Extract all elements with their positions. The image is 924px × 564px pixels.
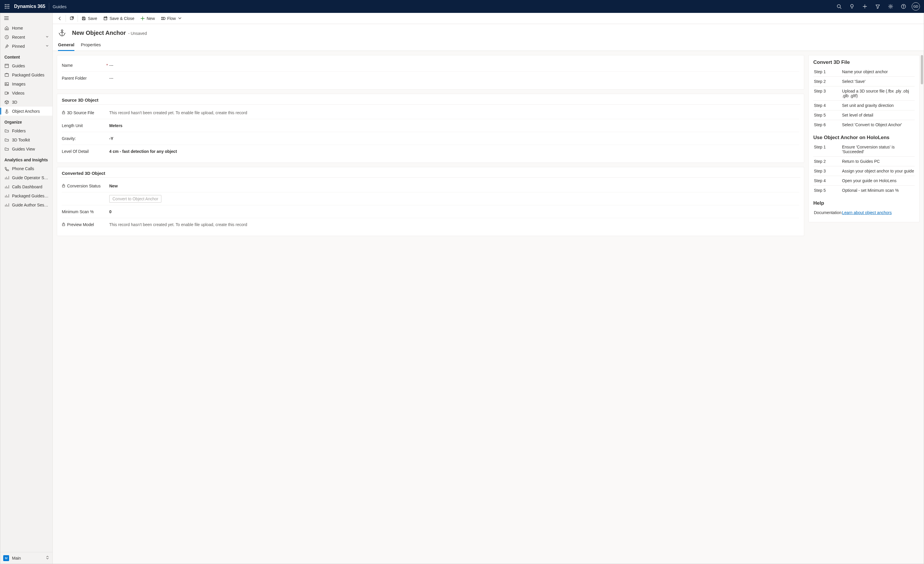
nav-pinned[interactable]: Pinned bbox=[0, 42, 52, 51]
step-row: Step 2Select 'Save' bbox=[813, 77, 915, 86]
nav-3d-toolkit[interactable]: 3D Toolkit bbox=[0, 135, 52, 144]
field-label: Length Unit bbox=[62, 123, 83, 128]
area-name: Main bbox=[12, 556, 45, 561]
nav-label: Guide Operator Sessi... bbox=[12, 176, 49, 180]
svg-rect-48 bbox=[83, 19, 85, 20]
scrollbar[interactable] bbox=[921, 55, 923, 560]
nav-guides[interactable]: Guides bbox=[0, 61, 52, 70]
app-name-label[interactable]: Guides bbox=[53, 4, 67, 9]
nav-images[interactable]: Images bbox=[0, 80, 52, 88]
nav-phone-calls[interactable]: Phone Calls bbox=[0, 164, 52, 173]
app-launcher-icon[interactable] bbox=[2, 2, 12, 11]
nav-collapse-icon[interactable] bbox=[0, 13, 52, 23]
required-indicator: * bbox=[106, 63, 109, 68]
field-value: New bbox=[109, 184, 799, 188]
step-value: Upload a 3D source file (.fbx .ply .obj … bbox=[842, 89, 914, 98]
field-label: Minimum Scan % bbox=[62, 209, 94, 214]
field-convert-action: Convert to Object Anchor bbox=[62, 192, 799, 205]
field-lod[interactable]: Level Of Detail 4 cm - fast detection fo… bbox=[62, 145, 799, 158]
nav-label: Guides View bbox=[12, 147, 49, 152]
nav-videos[interactable]: Videos bbox=[0, 88, 52, 98]
field-label: Preview Model bbox=[67, 222, 94, 227]
help-icon[interactable] bbox=[898, 1, 909, 12]
step-row: Step 4Open your guide on HoloLens bbox=[813, 176, 915, 186]
step-row: Step 1Name your object anchor bbox=[813, 67, 915, 77]
field-parent-folder[interactable]: Parent Folder --- bbox=[62, 72, 799, 85]
svg-point-52 bbox=[61, 30, 63, 32]
nav-calls-dashboard[interactable]: Calls Dashboard bbox=[0, 182, 52, 191]
tab-properties[interactable]: Properties bbox=[81, 40, 101, 51]
step-row: Step 6Select 'Convert to Object Anchor' bbox=[813, 120, 915, 129]
nav-packaged-operator[interactable]: Packaged Guides Op... bbox=[0, 191, 52, 200]
nav-packaged-guides[interactable]: Packaged Guides bbox=[0, 70, 52, 80]
nav-object-anchors[interactable]: Object Anchors bbox=[0, 106, 52, 116]
field-source-file[interactable]: 3D Source File This record hasn't been c… bbox=[62, 106, 799, 119]
video-icon bbox=[4, 91, 9, 96]
new-button[interactable]: New bbox=[137, 13, 158, 24]
anchor-icon bbox=[4, 109, 9, 114]
step-key: Step 2 bbox=[814, 79, 839, 84]
lightbulb-icon[interactable] bbox=[846, 1, 858, 12]
image-icon bbox=[4, 82, 9, 86]
nav-home[interactable]: Home bbox=[0, 23, 52, 33]
field-gravity[interactable]: Gravity: -Y bbox=[62, 132, 799, 145]
nav-operator-sessions[interactable]: Guide Operator Sessi... bbox=[0, 173, 52, 182]
step-row: Step 1Ensure 'Conversion status' is 'Suc… bbox=[813, 142, 915, 157]
doc-link[interactable]: Learn about object anchors bbox=[842, 210, 892, 215]
page-title: New Object Anchor bbox=[72, 30, 126, 36]
search-icon[interactable] bbox=[833, 1, 845, 12]
nav-label: Packaged Guides Op... bbox=[12, 194, 49, 198]
brand-label[interactable]: Dynamics 365 bbox=[14, 4, 45, 9]
flow-button[interactable]: Flow bbox=[158, 13, 185, 24]
field-value: 0 bbox=[109, 209, 799, 214]
save-close-button[interactable]: Save & Close bbox=[100, 13, 137, 24]
field-value: -Y bbox=[109, 136, 799, 141]
field-preview-model[interactable]: Preview Model This record hasn't been cr… bbox=[62, 218, 799, 231]
nav-guides-view[interactable]: Guides View bbox=[0, 144, 52, 153]
svg-line-10 bbox=[840, 8, 842, 9]
svg-rect-21 bbox=[5, 64, 9, 68]
cube-icon bbox=[4, 100, 9, 105]
step-value: Set level of detail bbox=[842, 113, 914, 117]
site-map: Home Recent Pinned Content Guides Packag… bbox=[0, 13, 53, 564]
add-icon[interactable] bbox=[859, 1, 871, 12]
nav-folders[interactable]: Folders bbox=[0, 126, 52, 135]
field-conversion-status[interactable]: Conversion Status New bbox=[62, 180, 799, 192]
gear-icon[interactable] bbox=[885, 1, 897, 12]
step-row: Step 5Optional - set Minimum scan % bbox=[813, 186, 915, 195]
svg-point-1 bbox=[7, 4, 8, 5]
cmd-separator bbox=[66, 15, 66, 22]
nav-label: Recent bbox=[12, 35, 45, 39]
tab-general[interactable]: General bbox=[58, 40, 74, 51]
field-value: --- bbox=[109, 76, 799, 81]
user-avatar[interactable]: GD bbox=[912, 2, 920, 10]
book-icon bbox=[4, 63, 9, 68]
nav-label: Calls Dashboard bbox=[12, 184, 49, 189]
svg-rect-55 bbox=[62, 112, 65, 114]
nav-recent[interactable]: Recent bbox=[0, 33, 52, 42]
phone-icon bbox=[4, 166, 9, 171]
area-switcher[interactable]: M Main bbox=[0, 552, 52, 564]
svg-rect-49 bbox=[105, 17, 106, 18]
svg-rect-57 bbox=[62, 224, 65, 226]
step-value: Name your object anchor bbox=[842, 69, 914, 74]
back-button[interactable] bbox=[54, 13, 65, 24]
field-length-unit[interactable]: Length Unit Meters bbox=[62, 119, 799, 132]
step-value: Return to Guides PC bbox=[842, 159, 914, 164]
filter-icon[interactable] bbox=[872, 1, 884, 12]
step-value: Set unit and gravity direction bbox=[842, 103, 914, 108]
package-icon bbox=[4, 73, 9, 77]
nav-label: Videos bbox=[12, 91, 49, 96]
step-row: Step 4Set unit and gravity direction bbox=[813, 101, 915, 110]
nav-author-sessions[interactable]: Guide Author Sessions bbox=[0, 200, 52, 209]
step-key: Step 3 bbox=[814, 169, 839, 173]
field-name[interactable]: Name * --- bbox=[62, 59, 799, 72]
field-value: Meters bbox=[109, 123, 799, 128]
open-new-window-button[interactable] bbox=[66, 13, 77, 24]
save-button[interactable]: Save bbox=[78, 13, 100, 24]
chevron-down-icon bbox=[45, 44, 49, 49]
svg-point-16 bbox=[903, 8, 904, 8]
field-min-scan[interactable]: Minimum Scan % 0 bbox=[62, 205, 799, 218]
nav-label: Home bbox=[12, 26, 49, 30]
nav-3d[interactable]: 3D bbox=[0, 98, 52, 106]
